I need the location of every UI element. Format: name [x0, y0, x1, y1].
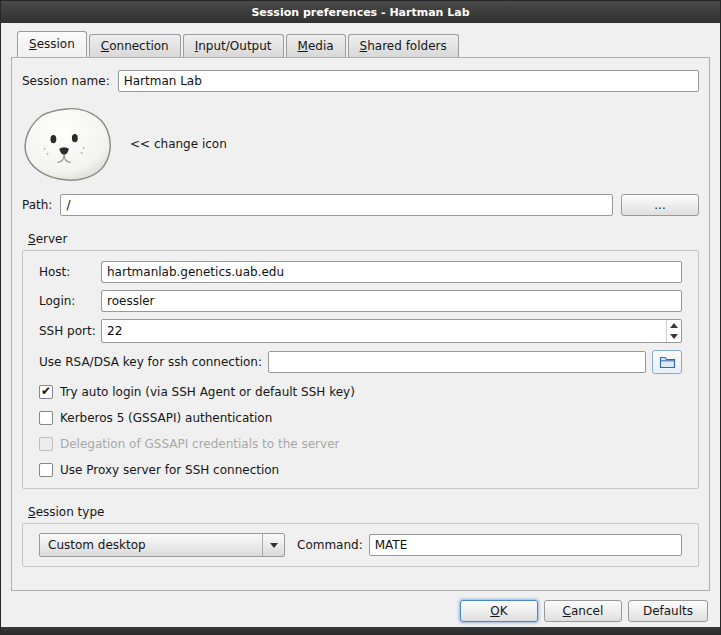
session-type-group: Session type Custom desktop Command: — [22, 505, 699, 567]
ssh-port-input[interactable] — [102, 320, 666, 342]
session-preferences-dialog: Session preferences - Hartman Lab Sessio… — [0, 0, 721, 635]
rsa-key-browse-button[interactable] — [652, 350, 682, 374]
session-name-row: Session name: — [22, 70, 699, 92]
ssh-port-label: SSH port: — [39, 324, 101, 338]
ssh-port-spinner — [101, 319, 682, 343]
proxy-label: Use Proxy server for SSH connection — [60, 463, 279, 477]
dialog-footer: OK Cancel Defaults — [11, 591, 710, 622]
login-input[interactable] — [101, 290, 682, 312]
session-type-frame: Custom desktop Command: — [22, 523, 699, 567]
dialog-body: Session Connection Input/Output Media Sh… — [1, 23, 720, 634]
tab-input-output-label: Input/Output — [195, 39, 272, 53]
session-icon-row: << change icon — [22, 106, 699, 182]
session-name-label: Session name: — [22, 74, 110, 88]
spin-up-icon[interactable] — [667, 320, 681, 331]
checkbox-box — [39, 385, 53, 399]
checkbox-box — [39, 463, 53, 477]
window-bottom-edge — [1, 627, 720, 634]
session-type-dropdown[interactable]: Custom desktop — [39, 533, 285, 557]
window-title: Session preferences - Hartman Lab — [251, 6, 469, 19]
tab-session-label: Session — [29, 37, 75, 51]
host-label: Host: — [39, 265, 101, 279]
server-group-title: Server — [28, 232, 699, 246]
host-row: Host: — [39, 261, 682, 283]
tab-session[interactable]: Session — [17, 31, 87, 57]
tab-connection[interactable]: Connection — [89, 34, 181, 57]
kerberos-checkbox[interactable]: Kerberos 5 (GSSAPI) authentication — [39, 409, 682, 426]
tab-connection-label: Connection — [101, 39, 169, 53]
session-name-input[interactable] — [118, 70, 699, 92]
rsa-key-row: Use RSA/DSA key for ssh connection: — [39, 350, 682, 374]
gssapi-delegation-label: Delegation of GSSAPI credentials to the … — [60, 437, 339, 451]
chevron-down-icon — [262, 534, 284, 556]
rsa-key-label: Use RSA/DSA key for ssh connection: — [39, 355, 262, 369]
path-label: Path: — [22, 198, 52, 212]
server-group: Server Host: Login: SSH port: — [22, 232, 699, 489]
session-tab-panel: Session name: — [11, 57, 710, 591]
auto-login-checkbox[interactable]: Try auto login (via SSH Agent or default… — [39, 383, 682, 400]
spin-buttons — [666, 320, 681, 342]
tab-shared-folders-label: Shared folders — [360, 39, 447, 53]
session-type-group-title: Session type — [28, 505, 699, 519]
ok-button[interactable]: OK — [460, 600, 538, 622]
folder-icon — [659, 355, 676, 369]
session-type-selected: Custom desktop — [40, 538, 262, 552]
server-group-frame: Host: Login: SSH port: — [22, 250, 699, 489]
spin-down-icon[interactable] — [667, 331, 681, 342]
tab-media[interactable]: Media — [286, 34, 346, 57]
login-label: Login: — [39, 294, 101, 308]
change-icon-hint[interactable]: << change icon — [130, 137, 227, 151]
checkbox-box — [39, 411, 53, 425]
auto-login-label: Try auto login (via SSH Agent or default… — [60, 385, 355, 399]
tab-shared-folders[interactable]: Shared folders — [348, 34, 459, 57]
titlebar[interactable]: Session preferences - Hartman Lab — [1, 1, 720, 23]
kerberos-label: Kerberos 5 (GSSAPI) authentication — [60, 411, 272, 425]
path-browse-button[interactable]: ... — [621, 194, 699, 216]
tabbar: Session Connection Input/Output Media Sh… — [17, 31, 710, 57]
command-label: Command: — [297, 538, 363, 552]
seal-icon[interactable] — [22, 106, 114, 182]
cancel-button[interactable]: Cancel — [544, 600, 622, 622]
path-row: Path: ... — [22, 194, 699, 216]
proxy-checkbox[interactable]: Use Proxy server for SSH connection — [39, 461, 682, 478]
checkbox-box — [39, 437, 53, 451]
path-input[interactable] — [60, 194, 613, 216]
host-input[interactable] — [101, 261, 682, 283]
gssapi-delegation-checkbox: Delegation of GSSAPI credentials to the … — [39, 435, 682, 452]
ssh-port-row: SSH port: — [39, 319, 682, 343]
tab-media-label: Media — [298, 39, 334, 53]
tab-input-output[interactable]: Input/Output — [183, 34, 284, 57]
defaults-button[interactable]: Defaults — [628, 600, 708, 622]
login-row: Login: — [39, 290, 682, 312]
rsa-key-input[interactable] — [268, 351, 646, 373]
command-input[interactable] — [369, 534, 682, 556]
